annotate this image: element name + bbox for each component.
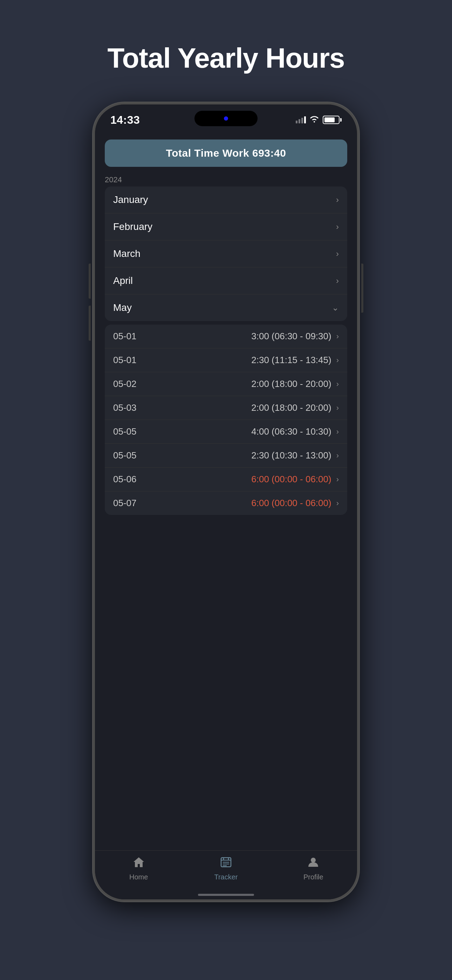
phone-frame: 14:33 <box>93 102 359 902</box>
page-title: Total Yearly Hours <box>107 42 344 74</box>
chevron-right-icon: › <box>336 356 339 365</box>
tab-profile-label: Profile <box>304 873 323 881</box>
svg-point-7 <box>311 858 316 862</box>
months-container: January › February › March › April › <box>105 186 347 321</box>
chevron-right-icon: › <box>336 499 339 508</box>
total-banner: Total Time Work 693:40 <box>105 140 347 167</box>
tab-tracker-label: Tracker <box>214 873 237 881</box>
month-row-january[interactable]: January › <box>105 186 347 213</box>
tab-bar: Home Tracker <box>95 850 357 899</box>
entry-date: 05-01 <box>113 331 148 342</box>
signal-icon <box>296 116 306 123</box>
entry-row-0502[interactable]: 05-02 2:00 (18:00 - 20:00) › <box>105 372 347 396</box>
dynamic-island <box>194 111 258 126</box>
chevron-right-icon: › <box>336 332 339 341</box>
entry-time: 4:00 (06:30 - 10:30) <box>148 426 336 437</box>
tab-home[interactable]: Home <box>95 856 182 881</box>
entry-time: 2:00 (18:00 - 20:00) <box>148 379 336 390</box>
chevron-right-icon: › <box>336 403 339 412</box>
chevron-right-icon: › <box>336 195 339 205</box>
month-name-february: February <box>113 221 153 232</box>
month-name-may: May <box>113 302 132 313</box>
status-bar: 14:33 <box>95 105 357 132</box>
entry-time-highlight: 6:00 (00:00 - 06:00) <box>148 474 336 485</box>
home-icon <box>132 856 145 871</box>
phone-screen: 14:33 <box>95 105 357 899</box>
power-button <box>361 264 363 313</box>
status-time: 14:33 <box>110 114 140 127</box>
tab-tracker[interactable]: Tracker <box>182 856 269 881</box>
month-name-january: January <box>113 194 148 205</box>
home-indicator <box>198 894 254 896</box>
volume-up-button <box>89 264 91 299</box>
month-row-february[interactable]: February › <box>105 213 347 240</box>
entry-row-0505-2[interactable]: 05-05 2:30 (10:30 - 13:00) › <box>105 444 347 468</box>
wifi-icon <box>309 115 319 125</box>
chevron-right-icon: › <box>336 475 339 484</box>
year-label: 2024 <box>95 172 357 186</box>
chevron-right-icon: › <box>336 222 339 232</box>
entry-row-0505-1[interactable]: 05-05 4:00 (06:30 - 10:30) › <box>105 420 347 444</box>
entry-row-0503[interactable]: 05-03 2:00 (18:00 - 20:00) › <box>105 396 347 420</box>
month-name-april: April <box>113 275 133 286</box>
entry-time: 2:30 (11:15 - 13:45) <box>148 355 336 366</box>
total-banner-text: Total Time Work 693:40 <box>166 147 286 159</box>
entry-row-0507[interactable]: 05-07 6:00 (00:00 - 06:00) › <box>105 492 347 515</box>
entry-date: 05-05 <box>113 426 148 437</box>
entry-row-0501-1[interactable]: 05-01 3:00 (06:30 - 09:30) › <box>105 325 347 348</box>
chevron-right-icon: › <box>336 276 339 286</box>
chevron-right-icon: › <box>336 380 339 389</box>
month-row-april[interactable]: April › <box>105 267 347 294</box>
dynamic-island-dot <box>224 116 228 121</box>
entry-time: 2:00 (18:00 - 20:00) <box>148 402 336 413</box>
entry-date: 05-03 <box>113 402 148 413</box>
content-area: Total Time Work 693:40 2024 January › Fe… <box>95 132 357 850</box>
tab-home-label: Home <box>129 873 148 881</box>
battery-icon <box>323 116 342 124</box>
entry-time-highlight: 6:00 (00:00 - 06:00) <box>148 498 336 509</box>
entry-time: 3:00 (06:30 - 09:30) <box>148 331 336 342</box>
entry-date: 05-07 <box>113 498 148 509</box>
entries-container: 05-01 3:00 (06:30 - 09:30) › 05-01 2:30 … <box>105 325 347 515</box>
tracker-icon <box>220 856 232 871</box>
phone-device: 14:33 <box>93 102 359 902</box>
month-name-march: March <box>113 248 140 259</box>
entry-date: 05-02 <box>113 379 148 390</box>
chevron-right-icon: › <box>336 427 339 436</box>
month-row-march[interactable]: March › <box>105 240 347 267</box>
entry-date: 05-06 <box>113 474 148 485</box>
chevron-down-icon: ⌄ <box>332 303 339 313</box>
volume-down-button <box>89 305 91 341</box>
entry-date: 05-01 <box>113 355 148 366</box>
entry-date: 05-05 <box>113 450 148 461</box>
entry-row-0506[interactable]: 05-06 6:00 (00:00 - 06:00) › <box>105 468 347 492</box>
status-icons <box>296 115 342 125</box>
tab-profile[interactable]: Profile <box>270 856 357 881</box>
profile-icon <box>307 856 319 871</box>
chevron-right-icon: › <box>336 249 339 259</box>
entry-row-0501-2[interactable]: 05-01 2:30 (11:15 - 13:45) › <box>105 348 347 372</box>
chevron-right-icon: › <box>336 451 339 460</box>
month-row-may[interactable]: May ⌄ <box>105 294 347 321</box>
entry-time: 2:30 (10:30 - 13:00) <box>148 450 336 461</box>
